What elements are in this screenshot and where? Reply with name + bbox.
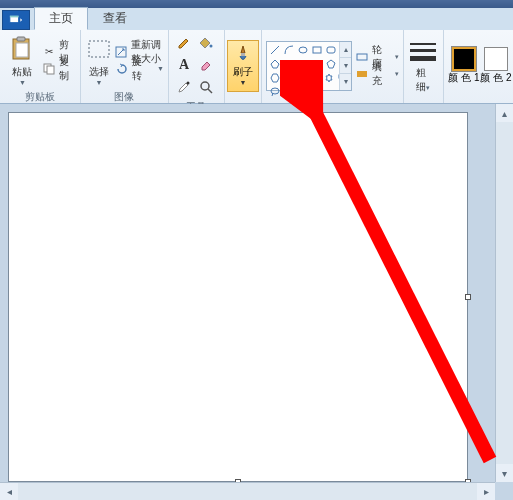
rotate-icon bbox=[115, 62, 128, 76]
scroll-right-icon[interactable]: ▸ bbox=[477, 483, 495, 500]
shape-hexagon[interactable] bbox=[269, 72, 281, 84]
group-tools: A 工具 bbox=[169, 30, 225, 103]
color2-button[interactable]: 颜 色 2 bbox=[480, 47, 512, 85]
color1-swatch bbox=[452, 47, 476, 71]
text-tool[interactable]: A bbox=[173, 54, 195, 76]
group-size: 粗细▾ bbox=[404, 30, 444, 103]
resize-icon bbox=[115, 45, 127, 59]
shape-lightning[interactable] bbox=[311, 86, 323, 98]
svg-rect-19 bbox=[357, 71, 367, 77]
scroll-up-icon[interactable]: ▴ bbox=[496, 104, 513, 122]
size-icon bbox=[410, 38, 436, 66]
eraser-tool[interactable] bbox=[195, 54, 217, 76]
shape-triangle[interactable] bbox=[283, 58, 295, 70]
brushes-button[interactable]: 刷子 ▼ bbox=[227, 40, 259, 92]
canvas[interactable] bbox=[8, 112, 468, 482]
scroll-up-icon[interactable]: ▴ bbox=[340, 42, 351, 58]
shape-4point-star[interactable] bbox=[296, 71, 308, 83]
svg-rect-12 bbox=[241, 53, 245, 56]
rotate-button[interactable]: 旋转▼ bbox=[115, 61, 164, 77]
shape-diamond[interactable] bbox=[311, 58, 323, 70]
svg-rect-18 bbox=[357, 54, 367, 60]
svg-rect-1 bbox=[10, 16, 19, 18]
select-button[interactable]: 选择 ▼ bbox=[85, 32, 113, 88]
svg-rect-15 bbox=[327, 47, 335, 53]
svg-rect-6 bbox=[47, 66, 54, 74]
workspace: ▴ ▾ ◂ ▸ bbox=[0, 104, 513, 500]
app-menu-button[interactable] bbox=[2, 10, 30, 30]
svg-rect-14 bbox=[313, 47, 321, 53]
scroll-down-icon[interactable]: ▾ bbox=[496, 464, 513, 482]
svg-point-11 bbox=[201, 82, 209, 90]
gallery-expand-icon[interactable]: ▾ bbox=[340, 74, 351, 89]
selection-icon bbox=[85, 35, 113, 63]
shape-right-triangle[interactable] bbox=[297, 58, 309, 70]
scroll-left-icon[interactable]: ◂ bbox=[0, 483, 18, 500]
caret-down-icon: ▼ bbox=[19, 79, 26, 86]
horizontal-scrollbar[interactable]: ◂ ▸ bbox=[0, 482, 495, 500]
shape-curve[interactable] bbox=[283, 44, 295, 56]
shape-polygon[interactable] bbox=[269, 58, 281, 70]
caret-down-icon: ▼ bbox=[96, 79, 103, 86]
group-image: 选择 ▼ 重新调整大小 旋转▼ 图像 bbox=[81, 30, 169, 103]
caret-down-icon: ▼ bbox=[157, 65, 164, 72]
shape-arrow[interactable] bbox=[283, 72, 295, 84]
svg-rect-4 bbox=[16, 43, 28, 57]
svg-point-13 bbox=[299, 47, 307, 53]
resize-handle-right[interactable] bbox=[465, 294, 471, 300]
color1-button[interactable]: 颜 色 1 bbox=[448, 47, 480, 85]
outline-icon bbox=[356, 50, 368, 64]
ribbon: 粘贴 ▼ ✂剪切 复制 剪贴板 选择 ▼ 重新调整大小 旋转▼ 图像 bbox=[0, 30, 513, 104]
shapes-gallery[interactable]: ▴ ▾ ▾ bbox=[266, 41, 352, 91]
group-colors: 颜 色 1 颜 色 2 bbox=[444, 30, 513, 103]
svg-point-10 bbox=[186, 82, 189, 85]
color2-swatch bbox=[484, 47, 508, 71]
svg-point-17 bbox=[271, 88, 279, 94]
brush-icon bbox=[234, 45, 252, 65]
svg-rect-7 bbox=[89, 41, 109, 57]
copy-icon bbox=[43, 62, 55, 76]
text-icon: A bbox=[179, 57, 189, 73]
fill-icon bbox=[356, 67, 368, 81]
shape-line[interactable] bbox=[269, 44, 281, 56]
paste-button[interactable]: 粘贴 ▼ bbox=[4, 32, 41, 88]
scroll-down-icon[interactable]: ▾ bbox=[340, 58, 351, 74]
svg-rect-3 bbox=[17, 37, 25, 41]
copy-button[interactable]: 复制 bbox=[43, 61, 76, 77]
group-clipboard: 粘贴 ▼ ✂剪切 复制 剪贴板 bbox=[0, 30, 81, 103]
shape-heart[interactable] bbox=[297, 86, 309, 98]
shape-5point-star[interactable] bbox=[309, 72, 321, 84]
size-button[interactable]: 粗细▾ bbox=[405, 38, 441, 94]
vertical-scrollbar[interactable]: ▴ ▾ bbox=[495, 104, 513, 482]
clipboard-icon bbox=[8, 35, 36, 63]
tab-home[interactable]: 主页 bbox=[34, 7, 88, 30]
tab-strip: 主页 查看 bbox=[0, 8, 513, 30]
shape-callout-cloud[interactable] bbox=[283, 86, 295, 98]
fill-tool[interactable] bbox=[195, 32, 217, 54]
shape-6point-star[interactable] bbox=[323, 72, 335, 84]
magnifier-tool[interactable] bbox=[195, 76, 217, 98]
group-shapes: ▴ ▾ ▾ 轮廓▾ 填充▾ bbox=[262, 30, 404, 103]
pencil-tool[interactable] bbox=[173, 32, 195, 54]
tab-view[interactable]: 查看 bbox=[88, 7, 142, 30]
svg-point-9 bbox=[209, 45, 212, 48]
group-brushes: 刷子 ▼ bbox=[225, 30, 262, 103]
shape-pentagon[interactable] bbox=[325, 58, 337, 70]
shape-rect[interactable] bbox=[311, 44, 323, 56]
caret-down-icon: ▼ bbox=[239, 79, 246, 86]
gallery-scrollbar[interactable]: ▴ ▾ ▾ bbox=[339, 42, 351, 90]
picker-tool[interactable] bbox=[173, 76, 195, 98]
shape-callout-oval[interactable] bbox=[269, 86, 281, 98]
fill-button[interactable]: 填充▾ bbox=[356, 66, 399, 82]
shape-roundrect[interactable] bbox=[325, 44, 337, 56]
shape-oval[interactable] bbox=[297, 44, 309, 56]
scissors-icon: ✂ bbox=[43, 45, 55, 59]
